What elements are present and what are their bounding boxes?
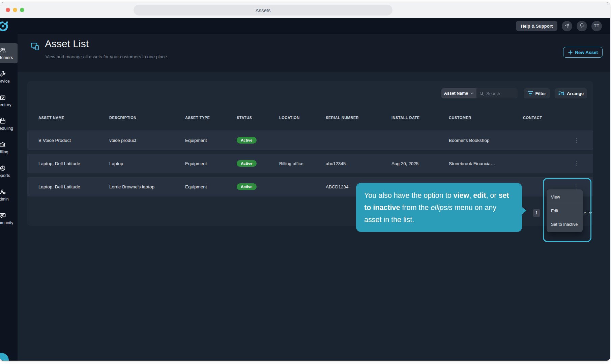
sidebar-item-label: Customers [0,55,13,60]
table-row[interactable]: Laptop, Dell LatitudeLaptopEquipmentActi… [27,154,593,173]
app-logo-icon [0,20,9,32]
admin-icon [0,188,6,195]
avatar-initials: TT [594,24,599,28]
page-subtitle: View and manage all assets for your cust… [46,54,168,59]
cell-type: Equipment [185,161,237,166]
announcements-button[interactable] [562,21,572,31]
inventory-icon [0,94,6,101]
scheduling-icon [0,118,6,124]
cell-description: voice product [109,138,185,143]
table-row[interactable]: B Voice Productvoice productEquipmentAct… [27,130,593,150]
status-badge: Active [237,183,257,190]
sidebar-item-billing[interactable]: Billing [0,138,18,158]
status-badge: Active [237,137,257,144]
bell-icon [579,23,585,30]
filter-label: Filter [535,91,546,96]
search-box [476,88,518,98]
filter-icon [528,91,533,95]
cell-status: Active [237,137,279,144]
sidebar-item-service[interactable]: Service [0,67,18,87]
arrange-sort-icon [558,91,564,96]
page-number-button[interactable]: 1 [533,209,540,217]
cell-actions: ⋮ [567,160,588,167]
row-ellipsis-menu-button[interactable]: ⋮ [571,137,582,144]
column-header-status: Status [237,116,279,120]
minimize-window-button[interactable] [13,8,17,12]
cell-type: Equipment [185,184,237,189]
page-number: 1 [535,211,538,215]
cell-customer: Boomer's Bookshop [449,138,523,143]
tooltip-arrow [522,207,526,214]
plus-icon [568,50,573,55]
arrange-button[interactable]: Arrange [555,88,587,98]
page-header: Asset List View and manage all assets fo… [18,34,610,72]
sidebar-item-scheduling[interactable]: Scheduling [0,114,18,134]
help-support-label: Help & Support [521,24,553,29]
tour-tooltip: You also have the option to view, edit, … [356,183,522,232]
cell-location: Billing office [279,161,326,166]
arrange-label: Arrange [567,91,584,96]
chevron-down-icon [470,91,474,95]
cell-description: Laptop [109,161,185,166]
column-header-asset-type: Asset Type [185,116,237,120]
filter-button[interactable]: Filter [524,88,550,98]
search-field-value: Asset Name [444,91,468,96]
menu-item-edit[interactable]: Edit [547,204,583,218]
sidebar-item-label: Community [0,220,13,225]
reports-icon [0,165,6,172]
sidebar-item-reports[interactable]: Reports [0,161,18,181]
sidebar-item-community[interactable]: Community [0,208,18,229]
close-window-button[interactable] [6,8,10,12]
sidebar: CustomersServiceInventorySchedulingBilli… [0,34,18,361]
table-controls: Asset Name [441,88,587,98]
ellipsis-context-menu: ViewEditSet to Inactive [547,189,583,232]
sidebar-item-label: Service [0,79,10,84]
cell-name: Laptop, Dell Latitude [38,184,109,189]
search-input[interactable] [486,91,513,96]
customers-icon [0,47,6,54]
header-actions: Help & Support [516,18,602,34]
billing-icon [0,141,6,148]
cell-type: Equipment [185,138,237,143]
rows-per-page-fragment: e [584,210,586,215]
window-title: Assets [255,7,270,13]
column-header-location: Location [279,116,326,120]
screen: Assets Help & Support [0,0,611,364]
assets-devices-icon [30,42,40,51]
rows-per-page-caret-icon [589,212,592,214]
window-chrome: Assets [0,2,610,18]
sidebar-item-inventory[interactable]: Inventory [0,90,18,111]
sidebar-item-label: Reports [0,173,10,178]
cell-actions: ⋮ [567,137,588,144]
cell-description: Lorrie Browne's laptop [109,184,185,189]
new-asset-label: New Asset [575,50,598,55]
column-header-description: Description [109,116,185,120]
cell-serial: abc12345 [326,161,391,166]
sidebar-item-admin[interactable]: Admin [0,185,18,205]
search-field-select[interactable]: Asset Name [441,88,476,98]
row-ellipsis-menu-button[interactable]: ⋮ [571,160,582,167]
sidebar-item-label: Inventory [0,102,11,107]
page-title: Asset List [45,38,89,50]
menu-item-set-to-inactive[interactable]: Set to Inactive [547,218,583,231]
menu-item-view[interactable]: View [547,190,583,204]
column-header-serial-number: Serial Number [326,116,391,120]
service-icon [0,70,6,77]
sidebar-item-customers[interactable]: Customers [0,43,18,63]
sidebar-item-label: Admin [0,197,9,202]
window-title-pill: Assets [134,5,392,16]
tour-tooltip-text: You also have the option to view, edit, … [364,191,509,224]
zoom-window-button[interactable] [20,8,24,12]
user-avatar[interactable]: TT [591,21,602,31]
sidebar-item-label: Billing [0,150,8,154]
new-asset-button[interactable]: New Asset [563,47,603,58]
traffic-lights [6,8,24,12]
help-support-button[interactable]: Help & Support [516,21,557,31]
column-header-customer: Customer [449,116,523,120]
cell-status: Active [237,160,279,167]
cell-customer: Stonebrook Financia… [449,161,523,166]
column-header-install-date: Install Date [391,116,449,120]
column-header-contact: Contact [523,116,567,120]
sidebar-item-label: Scheduling [0,126,13,131]
notifications-button[interactable] [577,21,587,31]
